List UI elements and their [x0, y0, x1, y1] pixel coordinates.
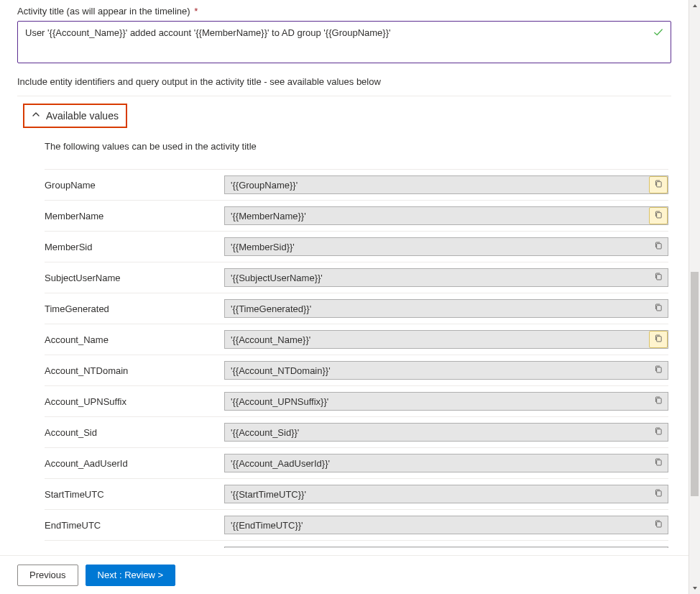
vertical-scrollbar[interactable] — [689, 0, 700, 594]
next-review-button[interactable]: Next : Review > — [86, 565, 175, 586]
svg-rect-7 — [656, 398, 661, 403]
svg-rect-10 — [656, 491, 661, 496]
copy-icon — [654, 396, 663, 407]
copy-icon — [654, 210, 663, 221]
value-row: EndTimeUTC'{{EndTimeUTC}}' — [45, 509, 668, 540]
value-name: GroupName — [45, 180, 224, 191]
previous-button[interactable]: Previous — [17, 565, 78, 586]
copy-button[interactable] — [649, 516, 668, 534]
copy-icon — [654, 457, 663, 469]
copy-button[interactable] — [649, 176, 668, 193]
chevron-up-icon — [32, 110, 40, 121]
value-token-box: '{{MemberName}}' — [224, 206, 668, 225]
value-row: Account_UPNSuffix'{{Account_UPNSuffix}}' — [45, 385, 668, 416]
content-scroll-area: Activity title (as will appear in the ti… — [0, 0, 689, 548]
copy-button[interactable] — [649, 547, 668, 548]
value-row: Account_AadUserId'{{Account_AadUserId}}' — [45, 447, 668, 478]
svg-rect-9 — [656, 460, 661, 465]
activity-title-label: Activity title (as will appear in the ti… — [17, 6, 671, 17]
value-token-box: '{{Account_NTDomain}}' — [224, 361, 668, 380]
copy-icon — [654, 179, 663, 191]
copy-icon — [654, 241, 663, 252]
value-row: Account_NTDomain'{{Account_NTDomain}}' — [45, 355, 668, 385]
copy-button[interactable] — [649, 238, 668, 255]
copy-button[interactable] — [649, 269, 668, 286]
copy-button[interactable] — [649, 485, 668, 503]
value-token-box: '{{Account_Name}}' — [224, 330, 668, 349]
value-token: '{{MemberSid}}' — [231, 242, 649, 252]
copy-icon — [654, 272, 663, 283]
value-token-box: '{{Account_UPNSuffix}}' — [224, 392, 668, 411]
value-token: '{{Account_Sid}}' — [231, 427, 649, 438]
copy-button[interactable] — [649, 207, 668, 224]
value-token-box: '{{MemberSid}}' — [224, 237, 668, 256]
value-token: '{{SubjectUserName}}' — [231, 273, 649, 283]
copy-icon — [654, 519, 663, 531]
svg-rect-4 — [656, 306, 661, 311]
value-token: '{{MemberName}}' — [231, 211, 649, 221]
value-name: MemberSid — [45, 242, 224, 252]
value-name: TimeGenerated — [45, 303, 224, 314]
available-values-body: The following values can be used in the … — [17, 141, 671, 548]
value-name: Account_Name — [45, 334, 224, 345]
copy-button[interactable] — [649, 424, 668, 441]
value-token-box: '{{StartTimeUTC}}' — [224, 485, 668, 503]
copy-icon — [654, 488, 663, 500]
copy-icon — [654, 334, 663, 345]
value-row: GroupName'{{GroupName}}' — [45, 169, 668, 200]
scrollbar-thumb[interactable] — [691, 272, 699, 496]
value-token-box: '{{TimeGenerated}}' — [224, 299, 668, 318]
svg-rect-3 — [656, 275, 661, 280]
value-row: Account_Sid'{{Account_Sid}}' — [45, 416, 668, 447]
svg-rect-0 — [656, 182, 661, 187]
available-values-desc: The following values can be used in the … — [45, 141, 671, 152]
copy-button[interactable] — [649, 393, 668, 410]
value-row: StartTimeUTC'{{StartTimeUTC}}' — [45, 478, 668, 509]
copy-icon — [654, 426, 663, 438]
value-token: '{{StartTimeUTC}}' — [231, 489, 649, 500]
value-token-box: '{{SubjectUserName}}' — [224, 268, 668, 287]
available-values-title: Available values — [46, 110, 119, 122]
value-token-box: '{{Account_AadUserId}}' — [224, 454, 668, 472]
value-name: SubjectUserName — [45, 273, 224, 283]
copy-button[interactable] — [649, 300, 668, 317]
page-root: Activity title (as will appear in the ti… — [0, 0, 700, 594]
available-values-header[interactable]: Available values — [23, 104, 127, 128]
svg-rect-11 — [656, 522, 661, 527]
value-token-box: '{{EndTimeUTC}}' — [224, 516, 668, 534]
value-row: Count'{{Count}}' — [45, 540, 668, 548]
svg-rect-6 — [656, 367, 661, 373]
activity-title-input[interactable]: User '{{Account_Name}}' added account '{… — [17, 21, 671, 63]
copy-button[interactable] — [649, 362, 668, 379]
values-table: GroupName'{{GroupName}}'MemberName'{{Mem… — [45, 169, 668, 548]
value-token-box: '{{Account_Sid}}' — [224, 423, 668, 442]
copy-button[interactable] — [649, 331, 668, 348]
value-row: Account_Name'{{Account_Name}}' — [45, 324, 668, 355]
checkmark-icon — [653, 27, 663, 40]
value-row: TimeGenerated'{{TimeGenerated}}' — [45, 293, 668, 324]
value-row: MemberName'{{MemberName}}' — [45, 200, 668, 231]
value-token: '{{Account_UPNSuffix}}' — [231, 396, 649, 407]
value-token: '{{Account_Name}}' — [231, 334, 649, 345]
value-token: '{{Account_AadUserId}}' — [231, 458, 649, 469]
value-row: SubjectUserName'{{SubjectUserName}}' — [45, 262, 668, 293]
value-name: StartTimeUTC — [45, 489, 224, 500]
value-token: '{{TimeGenerated}}' — [231, 303, 649, 314]
value-token: '{{GroupName}}' — [231, 180, 649, 191]
activity-title-label-text: Activity title (as will appear in the ti… — [17, 6, 190, 17]
svg-rect-1 — [656, 213, 661, 218]
value-row: MemberSid'{{MemberSid}}' — [45, 231, 668, 262]
value-name: Account_Sid — [45, 427, 224, 438]
helper-text: Include entity identifiers and query out… — [17, 76, 671, 87]
scrollbar-down-button[interactable] — [689, 582, 700, 594]
value-token: '{{EndTimeUTC}}' — [231, 520, 649, 531]
value-token: '{{Account_NTDomain}}' — [231, 365, 649, 376]
scrollbar-up-button[interactable] — [689, 0, 700, 12]
value-name: MemberName — [45, 211, 224, 221]
value-token-box: '{{Count}}' — [224, 547, 668, 548]
copy-icon — [654, 365, 663, 376]
copy-button[interactable] — [649, 454, 668, 472]
value-token-box: '{{GroupName}}' — [224, 175, 668, 194]
value-name: Account_UPNSuffix — [45, 396, 224, 407]
svg-rect-5 — [656, 337, 661, 342]
